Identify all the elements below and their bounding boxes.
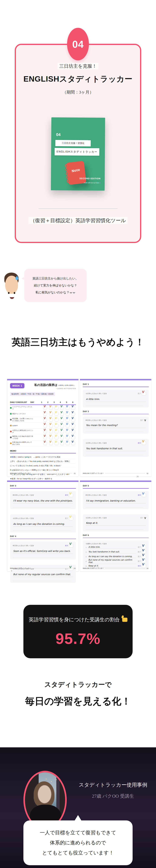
memo-line: ★咄嗟に need a / going to、→ goma（これ一つだけでも英語: [10, 455, 76, 459]
checkbox[interactable]: V: [60, 430, 64, 433]
checkbox[interactable]: V: [66, 442, 70, 445]
checkbox[interactable]: V: [43, 436, 47, 439]
checkbox[interactable]: V: [69, 517, 73, 521]
check-icon: V: [55, 416, 57, 420]
checkbox[interactable]: V: [49, 424, 53, 427]
checkbox[interactable]: V: [49, 442, 53, 445]
page-footer: ENGLISH スタディトラッカー 04: [83, 567, 148, 569]
handwritten-sentence: But none of my regular sources can confi…: [13, 572, 73, 577]
checkbox[interactable]: V: [69, 544, 73, 548]
checkbox[interactable]: V: [60, 436, 64, 439]
checkbox[interactable]: V: [66, 412, 70, 415]
day-number: 3: [51, 401, 57, 403]
checkbox[interactable]: V: [43, 406, 47, 410]
spacer: [10, 532, 76, 535]
checkbox[interactable]: V: [71, 430, 75, 433]
checkbox[interactable]: V: [54, 418, 58, 422]
check-icon: V: [66, 416, 68, 420]
status-label: 完了: [138, 551, 141, 553]
checklist-row: 作成 Step 02-10回声に出して読んでみるVVVVVV: [10, 440, 76, 446]
checkbox[interactable]: V: [66, 418, 70, 422]
check-icon: V: [69, 492, 72, 495]
checkbox[interactable]: V: [66, 436, 70, 439]
checkbox[interactable]: V: [49, 418, 53, 422]
empty-writing-line: [13, 503, 71, 507]
checklist-header: DAILY CHECKLIST DAY 123456: [10, 401, 76, 403]
checkbox[interactable]: V: [71, 442, 75, 445]
checkbox[interactable]: V: [54, 406, 58, 410]
checkbox[interactable]: V: [71, 406, 75, 410]
memo-line: ★処理：for us / keep=何かをずっと持つ・維持する: [10, 476, 76, 481]
checkbox[interactable]: V: [71, 424, 75, 427]
checkbox[interactable]: V: [66, 406, 70, 410]
check-cell: V: [65, 430, 70, 433]
checkbox[interactable]: V: [49, 406, 53, 410]
cover-credit: made with love by Elaine ♥: [84, 182, 101, 184]
hero-period: （期間：3ヶ月）: [16, 89, 140, 95]
checkbox[interactable]: V: [54, 442, 58, 445]
day-card: 今日学んだ文を1つ書いて話す完了VA little trim.: [83, 390, 149, 408]
check-cell: V: [70, 436, 76, 439]
checkbox[interactable]: V: [43, 424, 47, 427]
checkbox[interactable]: V: [54, 412, 58, 415]
checkbox[interactable]: V: [142, 441, 146, 445]
card-status: 復習V: [65, 544, 73, 548]
task-label-text: 単語チェックリスト: [12, 413, 26, 415]
checkbox[interactable]: V: [60, 442, 64, 445]
check-cell: V: [42, 430, 48, 433]
checkbox[interactable]: V: [71, 412, 75, 415]
empty-writing-line: [13, 527, 71, 531]
check-icon: V: [71, 440, 74, 443]
page-number: 01: [74, 472, 76, 474]
checkbox[interactable]: V: [54, 424, 58, 427]
checkbox[interactable]: V: [49, 412, 53, 415]
check-cell: V: [48, 412, 53, 415]
checkbox[interactable]: V: [60, 418, 64, 422]
check-cell: V: [42, 412, 48, 415]
checkbox[interactable]: V: [142, 392, 146, 396]
checkbox[interactable]: V: [43, 418, 47, 422]
checkbox[interactable]: V: [49, 430, 53, 433]
check-cell: V: [59, 442, 65, 445]
check-icon: V: [142, 492, 145, 495]
checkbox[interactable]: V: [142, 493, 146, 497]
checkbox[interactable]: V: [43, 412, 47, 415]
item-number: 4.: [86, 561, 88, 562]
quote-sub: の限界は 世界の限界だ。: [58, 384, 76, 386]
checkbox[interactable]: V: [66, 424, 70, 427]
chat-line: 私に根気がないのかな？ㅠㅠ: [24, 290, 87, 294]
checkbox[interactable]: V: [60, 412, 64, 415]
checkbox[interactable]: V: [71, 418, 75, 422]
checkbox[interactable]: V: [60, 424, 64, 427]
section-headline: 英語三日坊主はもうやめよう！: [0, 336, 156, 349]
day-heading: DAY 4: [10, 535, 76, 537]
checkbox[interactable]: V: [43, 430, 47, 433]
checklist-row-label: 英語回路、口を開くためにとにかく音読してみる: [10, 418, 33, 422]
checkbox[interactable]: V: [54, 430, 58, 433]
check-cell: V: [54, 406, 59, 410]
task-icon: [10, 431, 12, 432]
task-icon: [10, 413, 12, 414]
testimonial-person: 27歳 パクOO 受講生: [75, 793, 151, 799]
checkbox[interactable]: V: [49, 436, 53, 439]
check-cell: V: [70, 412, 76, 415]
checkbox[interactable]: V: [54, 436, 58, 439]
page-number: 04: [147, 567, 148, 569]
check-icon: V: [71, 410, 74, 414]
memo-line: if は仮定法だけじゃない！時間などと一緒に使うと if they'll: [10, 468, 76, 472]
testimonial-bubble: 一人で目標を立てて復習もできて 体系的に進められるので とてもとても役立っていま…: [24, 820, 132, 865]
check-icon: V: [66, 428, 68, 431]
card-question: 今日学んだ文を1つ書いて話す: [86, 442, 107, 444]
page-footer: ENGLISH スタディトラッカー 01: [10, 472, 76, 474]
checkbox[interactable]: V: [43, 442, 47, 445]
checkbox[interactable]: V: [66, 430, 70, 433]
checkbox[interactable]: V: [60, 406, 64, 410]
check-cell: V: [65, 436, 70, 439]
checkbox[interactable]: V: [69, 493, 73, 497]
checkbox[interactable]: V: [71, 436, 75, 439]
spacer: [83, 457, 149, 460]
memo-line: 上手く（見せられる）/ You look pretty, exerted, ti…: [10, 459, 76, 464]
spacer: [83, 434, 149, 436]
check-icon: V: [49, 422, 51, 426]
check-cell: V: [48, 430, 53, 433]
